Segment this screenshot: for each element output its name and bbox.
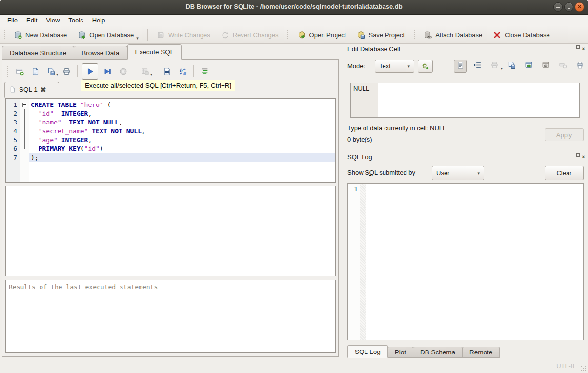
sql-editor-tab[interactable]: SQL 1 ✖ [4,82,59,98]
open-project-label: Open Project [309,31,346,39]
word-wrap-button[interactable] [471,60,484,73]
results-message-pane[interactable]: Results of the last executed statements [5,280,336,353]
menu-item-edit[interactable]: Edit [22,15,41,25]
mode-select[interactable]: Text ▾ [375,60,414,73]
fold-marker-icon[interactable] [20,101,29,109]
cell-value: NULL [353,85,369,92]
tab-browse-data[interactable]: Browse Data [74,46,127,60]
toolbar-grip[interactable] [287,29,289,40]
float-panel-icon[interactable] [574,47,578,51]
save-results-button[interactable]: ▾ [139,64,151,78]
sql-log-view[interactable]: 1 [347,183,584,340]
execute-sql-icon [86,67,94,76]
open-tab-button[interactable] [13,64,26,78]
code-line[interactable]: 5 "age" INTEGER, [6,136,335,145]
find-replace-button[interactable]: ba [176,64,189,78]
set-null-button[interactable] [556,60,569,73]
print-button[interactable] [573,60,587,73]
window-controls: × [553,2,584,12]
auto-apply-button[interactable] [418,60,433,73]
revert-changes-button[interactable]: Revert Changes [216,27,284,42]
resize-grip[interactable] [581,366,586,371]
tab-database-structure[interactable]: Database Structure [2,46,74,60]
dropdown-arrow-icon[interactable]: ▾ [150,72,152,78]
results-table-pane[interactable] [5,186,336,276]
minimize-button[interactable] [553,2,563,12]
sql-editor-toolbar: ▾▾ba [3,62,212,80]
execute-sql-panel: ▾▾ba SQL 1 ✖ Execute all/selected SQL [C… [2,59,339,357]
menu-item-view[interactable]: View [41,15,64,25]
cell-value-editor[interactable]: NULL [350,83,580,118]
code-line[interactable]: 1CREATE TABLE "hero" ( [6,101,335,109]
token-pl [31,127,39,135]
close-panel-icon[interactable]: × [581,46,586,52]
find-button[interactable] [161,64,173,78]
token-kw: TEXT NOT NULL [92,127,142,135]
code-line[interactable]: 2 "id" INTEGER, [6,109,335,118]
text-mode-icon [456,61,465,71]
maximize-button[interactable] [564,2,573,12]
import-data-button[interactable] [505,60,518,73]
token-pl: ( [103,101,111,108]
apply-button[interactable]: Apply [545,128,584,141]
close-tab-icon[interactable]: ✖ [41,86,46,93]
open-database-icon [78,31,86,39]
menu-item-file[interactable]: File [3,15,22,25]
dropdown-arrow-icon[interactable]: ▾ [56,72,58,78]
menu-item-tools[interactable]: Tools [64,15,87,25]
menu-bar: FileEditViewToolsHelp [0,15,588,26]
attach-database-button[interactable]: Attach Database [418,27,487,42]
open-database-button[interactable]: Open Database▾ [72,27,144,42]
dock-tab-sql-log[interactable]: SQL Log [347,345,388,358]
editor-toolbar-grip[interactable] [6,66,9,77]
save-sql-file-button[interactable]: ▾ [44,64,57,78]
close-button[interactable]: × [575,2,584,12]
close-database-button[interactable]: Close Database [487,27,555,42]
sql-log-panel-title: SQL Log [347,153,372,161]
token-pl [31,145,39,152]
open-project-button[interactable]: Open Project [292,27,352,42]
code-line[interactable]: 3 "name" TEXT NOT NULL, [6,118,335,127]
code-line[interactable]: 6 PRIMARY KEY("id") [6,145,335,153]
menu-item-help[interactable]: Help [88,15,110,25]
new-database-button[interactable]: New Database [8,27,72,42]
tab-execute-sql[interactable]: Execute SQL [127,44,182,60]
open-in-external-button[interactable] [539,60,552,73]
print-button[interactable] [60,64,73,78]
print-cell-button[interactable]: ▾ [488,60,501,73]
token-pl [58,136,61,144]
dropdown-arrow-icon[interactable]: ▾ [501,66,503,72]
dock-tab-db-schema[interactable]: DB Schema [413,347,463,358]
open-sql-file-icon [31,67,40,76]
format-sql-button[interactable] [198,64,211,78]
dock-tab-remote[interactable]: Remote [463,347,500,358]
execute-current-line-icon [103,67,112,76]
dock-tab-plot[interactable]: Plot [388,347,413,358]
toolbar-grip[interactable] [3,29,5,40]
toolbar-grip[interactable] [413,29,415,40]
code-text: PRIMARY KEY("id") [29,145,335,153]
stop-button[interactable] [117,64,129,78]
fold-guide [20,145,29,153]
dock-splitter[interactable]: ······ [345,148,588,151]
window-title: DB Browser for SQLite - /home/user/code/… [0,3,588,10]
code-line[interactable]: 4 "secret_name" TEXT NOT NULL, [6,127,335,136]
write-changes-button[interactable]: Write Changes [151,27,216,42]
sql-code-editor[interactable]: 1CREATE TABLE "hero" (2 "id" INTEGER,3 "… [5,98,336,183]
float-panel-icon[interactable] [574,155,578,159]
line-number: 2 [6,109,20,118]
save-project-icon [357,31,365,39]
text-mode-button[interactable] [454,60,467,73]
close-panel-icon[interactable]: × [581,154,586,160]
execute-current-line-button[interactable] [101,64,114,78]
chevron-down-icon: ▾ [473,171,480,176]
open-sql-file-button[interactable] [29,64,41,78]
clear-log-button[interactable]: Clear [545,166,584,180]
export-data-button[interactable] [522,60,535,73]
code-line[interactable]: 7); [6,153,335,162]
execute-sql-button[interactable] [82,63,98,80]
log-filter-select[interactable]: User ▾ [432,166,484,180]
revert-changes-label: Revert Changes [233,31,279,39]
dropdown-arrow-icon[interactable]: ▾ [136,36,139,42]
save-project-button[interactable]: Save Project [351,27,410,42]
